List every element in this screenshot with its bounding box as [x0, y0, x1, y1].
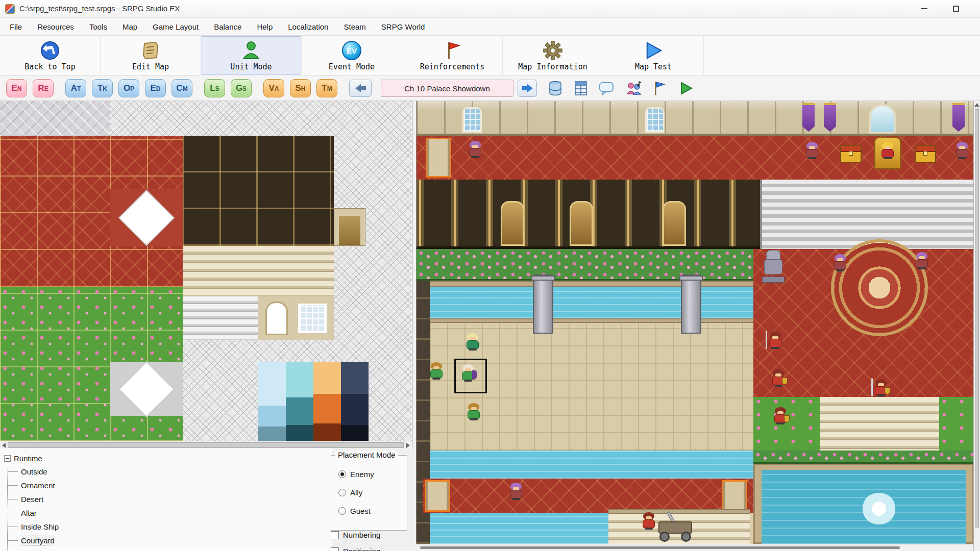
npc-unit[interactable] [804, 142, 820, 161]
selected-tile-highlight [426, 138, 451, 178]
palette-tile-stairs-tan[interactable] [183, 246, 334, 296]
mode-button-en[interactable]: En [6, 79, 27, 97]
stone-pillar [533, 274, 553, 334]
mode-button-cm[interactable]: Cm [172, 79, 192, 97]
tree-item-altar[interactable]: Altar [8, 506, 59, 520]
tree-item-courtyard[interactable]: Courtyard [8, 534, 59, 547]
npc-unit[interactable] [914, 252, 929, 271]
npc-unit[interactable] [832, 254, 848, 273]
database-button[interactable] [545, 80, 566, 96]
run-button[interactable] [676, 80, 696, 96]
enemy-unit[interactable] [768, 332, 783, 351]
palette-tile-door-window[interactable] [258, 296, 334, 340]
palette-tile-diamond-white[interactable] [110, 362, 183, 416]
palette-tile-gold-door[interactable] [334, 208, 365, 246]
tree-item-desert[interactable]: Desert [8, 492, 59, 506]
menu-tools[interactable]: Tools [82, 18, 115, 35]
mode-button-sh[interactable]: Sh [290, 79, 311, 97]
menu-map[interactable]: Map [115, 18, 145, 35]
tree-collapse-toggle[interactable] [4, 455, 11, 462]
palette-tile-scenery-sunset[interactable] [313, 362, 341, 441]
tileset-tree: Runtime Outside Ornament Desert Altar In… [4, 452, 59, 551]
chapter-name-field[interactable]: Ch 10 Palace Showdown [381, 80, 513, 97]
ally-unit[interactable] [465, 333, 480, 353]
radio-ally[interactable]: Ally [338, 488, 362, 497]
mode-button-va[interactable]: Va [263, 79, 284, 97]
palette-tile-stairs-gray[interactable] [183, 296, 258, 340]
radio-enemy[interactable]: Enemy [338, 470, 374, 479]
enemy-armor-unit[interactable] [873, 379, 889, 398]
maximize-button[interactable] [942, 0, 970, 17]
ally-unit[interactable] [429, 362, 444, 382]
treasure-chest[interactable] [840, 145, 862, 163]
edit-map-button[interactable]: Edit Map [101, 36, 201, 76]
scroll-right-button[interactable] [405, 442, 411, 448]
menu-srpg-world[interactable]: SRPG World [374, 18, 433, 35]
tree-root-runtime[interactable]: Runtime [4, 452, 59, 465]
prev-chapter-button[interactable] [349, 80, 372, 97]
flag-button[interactable] [649, 80, 670, 96]
enemy-unit[interactable] [641, 512, 656, 532]
tree-item-inside-ship[interactable]: Inside Ship [8, 520, 59, 534]
next-chapter-button[interactable] [518, 80, 537, 97]
positioning-checkbox[interactable]: Positioning [331, 547, 380, 551]
menu-balance[interactable]: Balance [206, 18, 249, 35]
tree-item-ornament[interactable]: Ornament [8, 479, 59, 492]
enemy-unit[interactable] [771, 369, 786, 389]
menu-steam[interactable]: Steam [336, 18, 373, 35]
npc-unit[interactable] [508, 483, 524, 502]
map-information-button[interactable]: Map Information [503, 36, 603, 76]
enemy-unit[interactable] [773, 407, 788, 427]
mode-button-re[interactable]: Re [33, 79, 54, 97]
map-test-button[interactable]: Map Test [603, 36, 704, 76]
mode-button-at[interactable]: At [65, 79, 86, 97]
palette-tile-gray-ornate[interactable] [0, 101, 110, 136]
scroll-thumb[interactable] [420, 546, 900, 549]
blue-flag-icon [653, 81, 666, 96]
palette-tile-dark-floor[interactable] [183, 136, 334, 246]
mode-button-gs[interactable]: Gs [231, 79, 252, 97]
tree-item-outside[interactable]: Outside [8, 465, 59, 479]
menu-localization[interactable]: Localization [280, 18, 336, 35]
scroll-left-button[interactable] [1, 442, 7, 448]
event-mode-button[interactable]: EV Event Mode [302, 36, 402, 76]
npc-unit[interactable] [954, 142, 970, 161]
radio-guest[interactable]: Guest [338, 507, 371, 515]
palette-tile-scenery-sky[interactable] [258, 362, 286, 441]
reinforcements-button[interactable]: Reinforcements [402, 36, 503, 76]
mode-button-op[interactable]: Op [118, 79, 139, 97]
map-horizontal-scrollbar[interactable] [416, 544, 973, 551]
mode-button-tm[interactable]: Tm [316, 79, 337, 97]
npc-unit[interactable] [468, 141, 483, 160]
palette-tile-scenery-night[interactable] [341, 362, 369, 441]
numbering-checkbox[interactable]: Numbering [331, 531, 380, 539]
map-canvas[interactable] [416, 101, 973, 544]
unit-mode-button[interactable]: Unit Mode [201, 36, 302, 76]
mode-button-ls[interactable]: Ls [204, 79, 225, 97]
treasure-chest[interactable] [915, 145, 936, 163]
menu-file[interactable]: File [2, 18, 30, 35]
palette-horizontal-scrollbar[interactable] [0, 441, 412, 448]
scroll-thumb[interactable] [975, 109, 979, 528]
radio-icon [338, 470, 346, 478]
menu-game-layout[interactable]: Game Layout [145, 18, 206, 35]
palette-tile-scenery-teal[interactable] [286, 362, 313, 441]
ballista[interactable] [656, 512, 694, 542]
table-button[interactable] [571, 80, 591, 96]
map-vertical-scrollbar[interactable] [973, 101, 980, 551]
palette-tile-diamond-red[interactable] [110, 189, 183, 246]
carpet-walkway [423, 479, 753, 513]
boss-unit[interactable] [880, 142, 895, 161]
tile-palette[interactable] [0, 101, 412, 441]
mode-button-tk[interactable]: Tk [92, 79, 113, 97]
scroll-thumb[interactable] [8, 442, 404, 448]
back-to-top-button[interactable]: Back to Top [0, 36, 101, 76]
mode-button-ed[interactable]: Ed [145, 79, 166, 97]
menu-resources[interactable]: Resources [30, 18, 82, 35]
ally-unit[interactable] [466, 403, 481, 422]
scene-button[interactable] [624, 80, 644, 96]
minimize-button[interactable] [910, 0, 938, 17]
tree-item-cave[interactable]: Cave [8, 547, 59, 551]
menu-help[interactable]: Help [249, 18, 280, 35]
comment-button[interactable] [596, 80, 617, 96]
